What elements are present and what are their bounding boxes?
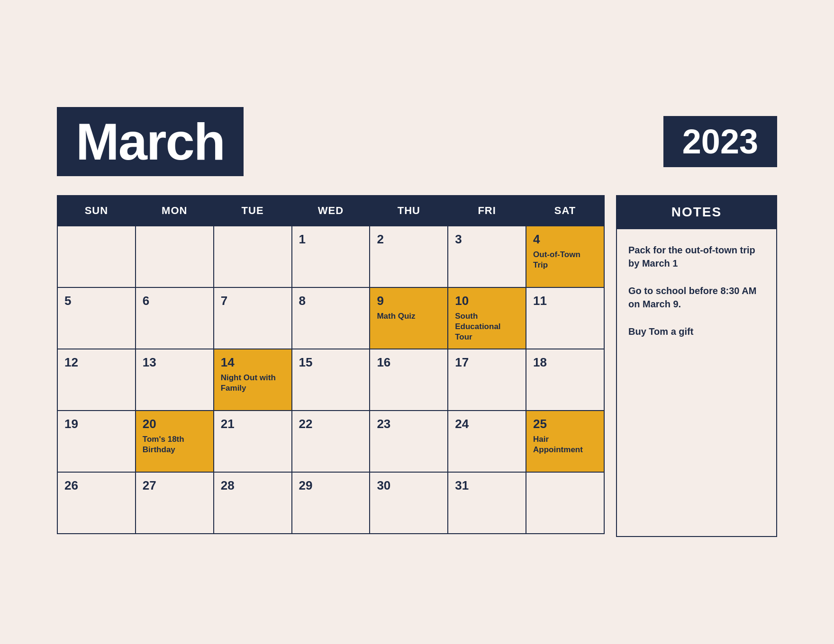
calendar-cell: 13 [136, 349, 214, 411]
calendar-cell: 27 [136, 472, 214, 534]
header-thu: THU [370, 196, 448, 226]
day-number: 11 [533, 294, 597, 308]
calendar-cell: 22 [292, 411, 370, 472]
day-number: 10 [455, 294, 519, 308]
calendar-cell: 21 [214, 411, 292, 472]
calendar-cell: 29 [292, 472, 370, 534]
day-number: 21 [221, 417, 285, 431]
day-number: 20 [143, 417, 207, 431]
calendar-cell: 4Out-of-Town Trip [526, 226, 604, 287]
day-number: 28 [221, 478, 285, 493]
header-sun: SUN [57, 196, 136, 226]
header-sat: SAT [526, 196, 604, 226]
calendar-cell: 20Tom's 18th Birthday [136, 411, 214, 472]
day-number: 9 [377, 294, 441, 308]
calendar-cell: 26 [57, 472, 136, 534]
calendar-week-1: 56789Math Quiz10South Educational Tour11 [57, 287, 604, 349]
calendar-cell: 3 [448, 226, 526, 287]
header-row: March 2023 [57, 107, 777, 176]
event-label: Out-of-Town Trip [533, 250, 580, 269]
event-label: Tom's 18th Birthday [143, 435, 184, 454]
calendar-cell: 31 [448, 472, 526, 534]
day-number: 1 [299, 232, 363, 247]
calendar-section: SUN MON TUE WED THU FRI SAT 1234Out-of-T… [57, 195, 605, 534]
calendar-cell: 28 [214, 472, 292, 534]
calendar-cell: 17 [448, 349, 526, 411]
calendar-cell: 12 [57, 349, 136, 411]
calendar-cell: 6 [136, 287, 214, 349]
event-label: Night Out with Family [221, 373, 276, 393]
note-item-2: Go to school before 8:30 AM on March 9. [628, 284, 765, 311]
month-title-box: March [57, 107, 244, 176]
header-wed: WED [292, 196, 370, 226]
calendar-cell: 19 [57, 411, 136, 472]
notes-section: NOTES Pack for the out-of-town trip by M… [616, 195, 777, 537]
calendar-cell [214, 226, 292, 287]
day-number: 5 [64, 294, 128, 308]
day-number: 19 [64, 417, 128, 431]
month-title: March [76, 112, 225, 170]
day-number: 16 [377, 355, 441, 370]
day-number: 7 [221, 294, 285, 308]
calendar-cell: 11 [526, 287, 604, 349]
calendar-cell: 5 [57, 287, 136, 349]
day-number: 15 [299, 355, 363, 370]
day-number: 8 [299, 294, 363, 308]
calendar-week-2: 121314Night Out with Family15161718 [57, 349, 604, 411]
calendar-cell: 25Hair Appointment [526, 411, 604, 472]
event-label: Math Quiz [377, 312, 415, 321]
main-content: SUN MON TUE WED THU FRI SAT 1234Out-of-T… [57, 195, 777, 537]
day-number: 3 [455, 232, 519, 247]
calendar-week-4: 262728293031 [57, 472, 604, 534]
calendar-table: SUN MON TUE WED THU FRI SAT 1234Out-of-T… [57, 195, 605, 534]
calendar-cell: 24 [448, 411, 526, 472]
notes-header: NOTES [616, 195, 777, 229]
day-number: 26 [64, 478, 128, 493]
event-label: South Educational Tour [455, 312, 500, 341]
day-number: 17 [455, 355, 519, 370]
header-fri: FRI [448, 196, 526, 226]
days-header-row: SUN MON TUE WED THU FRI SAT [57, 196, 604, 226]
calendar-cell [526, 472, 604, 534]
calendar-week-0: 1234Out-of-Town Trip [57, 226, 604, 287]
day-number: 29 [299, 478, 363, 493]
notes-body: Pack for the out-of-town trip by March 1… [616, 229, 777, 537]
day-number: 31 [455, 478, 519, 493]
calendar-cell: 18 [526, 349, 604, 411]
page-container: March 2023 SUN MON TUE WED THU FRI SAT [38, 79, 796, 565]
year-box: 2023 [663, 116, 777, 167]
note-item-3: Buy Tom a gift [628, 325, 765, 338]
calendar-cell: 10South Educational Tour [448, 287, 526, 349]
day-number: 13 [143, 355, 207, 370]
day-number: 30 [377, 478, 441, 493]
calendar-cell: 15 [292, 349, 370, 411]
day-number: 24 [455, 417, 519, 431]
day-number: 6 [143, 294, 207, 308]
day-number: 22 [299, 417, 363, 431]
day-number: 4 [533, 232, 597, 247]
day-number: 25 [533, 417, 597, 431]
day-number: 2 [377, 232, 441, 247]
calendar-cell: 14Night Out with Family [214, 349, 292, 411]
calendar-cell: 9Math Quiz [370, 287, 448, 349]
header-tue: TUE [214, 196, 292, 226]
calendar-cell [57, 226, 136, 287]
year-title: 2023 [682, 123, 758, 161]
day-number: 18 [533, 355, 597, 370]
event-label: Hair Appointment [533, 435, 583, 454]
calendar-cell: 2 [370, 226, 448, 287]
calendar-cell [136, 226, 214, 287]
calendar-week-3: 1920Tom's 18th Birthday2122232425Hair Ap… [57, 411, 604, 472]
day-number: 23 [377, 417, 441, 431]
day-number: 27 [143, 478, 207, 493]
day-number: 12 [64, 355, 128, 370]
calendar-cell: 8 [292, 287, 370, 349]
header-mon: MON [136, 196, 214, 226]
note-item-1: Pack for the out-of-town trip by March 1 [628, 243, 765, 270]
calendar-cell: 7 [214, 287, 292, 349]
calendar-cell: 16 [370, 349, 448, 411]
day-number: 14 [221, 355, 285, 370]
calendar-cell: 23 [370, 411, 448, 472]
calendar-cell: 1 [292, 226, 370, 287]
calendar-cell: 30 [370, 472, 448, 534]
